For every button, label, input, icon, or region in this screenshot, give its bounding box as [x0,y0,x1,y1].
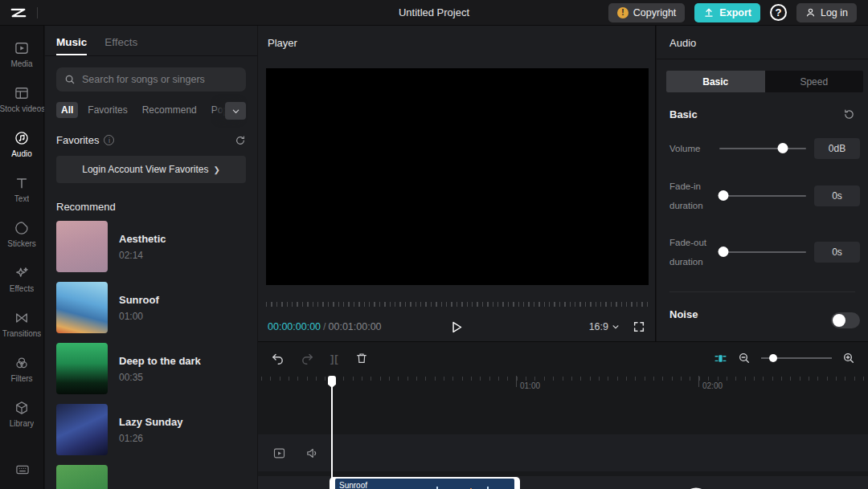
audio-panel-title: Audio [657,26,868,59]
music-panel-tabs: Music Effects [45,26,257,56]
transitions-icon [14,310,30,326]
tab-speed[interactable]: Speed [765,71,864,92]
library-icon [14,400,30,416]
song-cover-art [56,343,108,394]
player-controls: 00:00:00:00/00:01:00:00 16:9 [258,313,655,340]
zoom-in-icon[interactable] [842,352,855,365]
clip-body: Sunroof [335,479,514,489]
section-divider [669,291,855,292]
stickers-icon [14,220,30,236]
fade-in-slider[interactable] [719,190,806,202]
help-button[interactable]: ? [770,4,787,21]
copyright-warning-icon: ! [617,7,628,18]
song-cover-art [56,282,108,333]
genre-filter-row: All Favorites Recommend Pop [56,102,246,118]
volume-control: Volume 0dB [669,138,860,159]
fade-out-control: Fade-out duration 0s [669,233,860,271]
copyright-button[interactable]: ! Copyright [608,3,686,22]
audio-clip-sunroof[interactable]: Sunroof [330,477,520,489]
timeline-panel: ][ 01:00 02:00 Sun [258,341,868,489]
search-input[interactable] [82,74,238,85]
search-icon [64,74,76,85]
project-title: Untitled Project [399,6,469,18]
timeline-ruler[interactable]: 01:00 02:00 [258,374,868,397]
song-item-deep-to-the-dark[interactable]: Deep to the dark00:35 [56,343,257,394]
filter-chip-all[interactable]: All [56,102,78,118]
fade-out-value[interactable]: 0s [814,242,860,263]
filter-chip-recommend[interactable]: Recommend [137,102,202,118]
song-item-partial[interactable] [56,465,257,489]
video-preview[interactable] [266,68,649,285]
ruler-label: 01:00 [520,381,540,390]
split-icon[interactable]: ][ [330,352,339,365]
filter-chip-favorites[interactable]: Favorites [83,102,132,118]
volume-value[interactable]: 0dB [814,138,860,159]
total-time: 00:01:00:00 [329,321,382,332]
upload-icon [703,7,714,18]
song-item-lazy-sunday[interactable]: Lazy Sunday01:26 [56,404,257,455]
noise-section: Noise [669,307,860,323]
play-button[interactable] [449,320,465,335]
export-label: Export [719,7,751,18]
zoom-out-icon[interactable] [738,352,751,365]
favorites-section-header: Favorites i [56,134,246,146]
recommend-title: Recommend [56,201,246,213]
song-item-sunroof[interactable]: Sunroof01:00 [56,282,257,333]
export-button[interactable]: Export [694,3,760,22]
current-time: 00:00:00:00 [268,321,321,332]
tab-music[interactable]: Music [56,36,87,55]
music-library-panel: Music Effects All Favorites Recommend Po… [45,26,257,489]
stock-videos-icon [14,85,30,101]
player-title: Player [258,26,655,49]
refresh-icon[interactable] [235,135,246,146]
favorites-title: Favorites [56,134,99,146]
login-view-favorites-button[interactable]: Login Account View Favorites ❯ [56,156,246,183]
info-icon: i [104,135,114,145]
song-item-aesthetic[interactable]: Aesthetic02:14 [56,221,257,272]
reset-icon[interactable] [843,108,855,120]
sidebar-item-effects[interactable]: Effects [0,265,44,293]
mute-track-icon[interactable] [305,446,319,460]
sidebar-item-stickers[interactable]: Stickers [0,220,44,248]
audio-settings-panel: Audio Basic Speed Basic Volume 0dB Fade-… [657,26,868,341]
sidebar-item-stock-videos[interactable]: Stock videos [0,85,44,113]
playhead[interactable] [331,377,333,489]
delete-icon[interactable] [355,352,368,365]
fullscreen-icon[interactable] [633,320,645,333]
shortcuts-keyboard-icon[interactable] [0,462,44,478]
sidebar-item-audio[interactable]: Audio [0,130,44,158]
sidebar-item-text[interactable]: Text [0,175,44,203]
effects-star-icon [14,265,30,281]
timeline-toolbar: ][ [258,342,868,374]
tab-basic[interactable]: Basic [666,71,765,92]
video-track[interactable] [258,434,868,471]
text-icon [14,175,30,191]
sidebar-item-library[interactable]: Library [0,400,44,428]
noise-toggle[interactable] [831,312,860,328]
sidebar-item-filters[interactable]: Filters [0,355,44,383]
auto-snap-icon[interactable] [714,352,727,365]
timeline-zoom-slider[interactable] [761,353,832,363]
preview-scrub-strip[interactable] [266,302,649,307]
timeline-tracks: Sunroof 运营有道理 [258,397,868,489]
fade-out-slider[interactable] [719,247,806,258]
sidebar-item-transitions[interactable]: Transitions [0,310,44,338]
music-search-box[interactable] [56,67,246,92]
tab-sound-effects[interactable]: Effects [104,36,137,55]
fade-in-value[interactable]: 0s [814,185,860,206]
more-filters-button[interactable] [225,102,246,120]
sidebar-item-media[interactable]: Media [0,40,44,68]
audio-panel-tabs: Basic Speed [666,71,863,92]
chevron-right-icon: ❯ [213,165,219,174]
left-toolbar: Media Stock videos Audio Text Stickers E… [0,26,44,489]
topbar-divider [37,7,38,18]
song-cover-art [56,404,108,455]
volume-slider[interactable] [719,143,806,154]
redo-icon[interactable] [301,352,314,365]
login-button[interactable]: Log in [796,3,857,22]
filters-icon [14,355,30,371]
undo-icon[interactable] [271,352,285,365]
hide-track-icon[interactable] [272,446,286,460]
top-bar: Untitled Project ! Copyright Export ? Lo… [0,0,868,26]
aspect-ratio-selector[interactable]: 16:9 [589,321,620,332]
